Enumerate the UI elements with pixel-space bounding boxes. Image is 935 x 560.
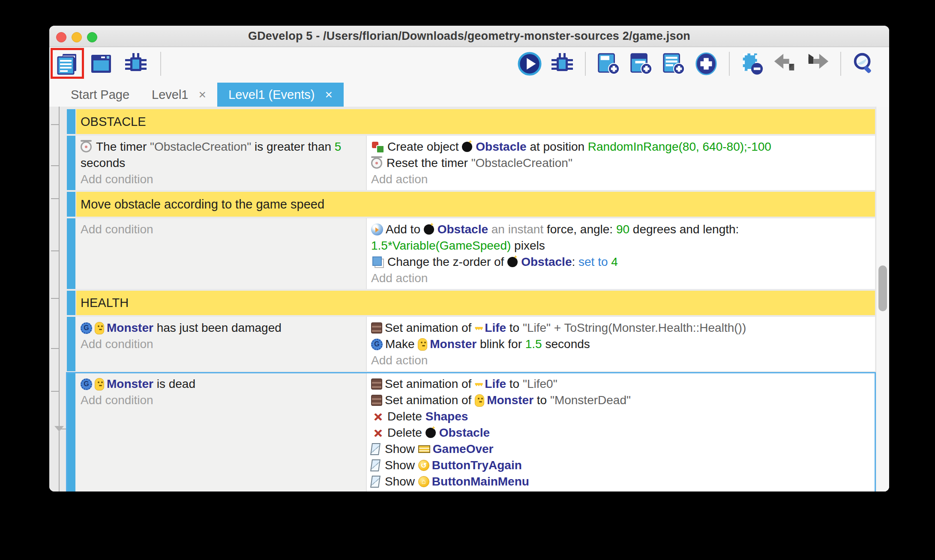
condition-line[interactable]: Monster is dead	[81, 376, 360, 392]
action-line[interactable]: Change the z-order of Obstacle: set to 4	[371, 254, 869, 270]
event-group-header[interactable]: HEALTH	[67, 291, 875, 315]
action-line[interactable]: Delete Obstacle	[371, 425, 869, 441]
add-action-button[interactable]: Add action	[371, 490, 869, 491]
event-drag-bar[interactable]	[67, 291, 75, 315]
close-window-button[interactable]	[56, 32, 66, 42]
add-event-button[interactable]	[596, 51, 621, 77]
add-action-button[interactable]: Add action	[371, 270, 869, 286]
action-line[interactable]: Show ButtonMainMenu	[371, 474, 869, 490]
add-subevent-icon	[629, 51, 653, 77]
scene-editor-button[interactable]	[89, 51, 114, 77]
event-group-header[interactable]: Move obstacle according to the game spee…	[67, 192, 875, 217]
zorder-icon	[371, 255, 385, 269]
tree-tick	[51, 298, 59, 299]
add-condition-button[interactable]: Add condition	[81, 171, 360, 188]
project-manager-button[interactable]	[55, 51, 80, 77]
add-condition-button[interactable]: Add condition	[81, 336, 360, 352]
event-text: to	[506, 321, 523, 335]
tab-level1-events-[interactable]: Level1 (Events)×	[217, 83, 344, 107]
conditions-cell[interactable]: Add condition	[75, 218, 366, 289]
actions-cell[interactable]: Set animation of Life to "Life" + ToStri…	[366, 317, 875, 371]
add-comment-button[interactable]	[661, 51, 686, 77]
tab-level1[interactable]: Level1×	[141, 83, 217, 107]
tab-label: Level1	[152, 88, 188, 102]
action-line[interactable]: Reset the timer "ObstacleCreation"	[371, 155, 869, 171]
add-action-button[interactable]: Add action	[371, 352, 869, 369]
action-line[interactable]: Show ButtonTryAgain	[371, 457, 869, 474]
conditions-cell[interactable]: Monster has just been damagedAdd conditi…	[75, 317, 366, 371]
redo-button[interactable]	[805, 51, 830, 77]
toggle-disabled-button[interactable]	[740, 51, 765, 77]
tab-label: Start Page	[71, 88, 129, 102]
behavior-icon	[81, 378, 92, 390]
zoom-window-button[interactable]	[87, 32, 97, 42]
bomb-icon	[507, 257, 518, 267]
action-line[interactable]: 1.5*Variable(GameSpeed) pixels	[371, 238, 869, 254]
condition-line[interactable]: The timer "ObstacleCreation" is greater …	[81, 139, 360, 155]
search-button[interactable]	[851, 51, 876, 77]
action-line[interactable]: Show GameOver	[371, 441, 869, 457]
action-line[interactable]: Set animation of Life to "Life" + ToStri…	[371, 320, 869, 336]
action-line[interactable]: Create object Obstacle at position Rando…	[371, 139, 869, 155]
timer-icon	[81, 141, 92, 152]
event-row[interactable]: Add conditionAdd to Obstacle an instant …	[67, 218, 875, 289]
undo-button[interactable]	[773, 51, 797, 77]
event-drag-bar[interactable]	[67, 218, 75, 289]
add-condition-button[interactable]: Add condition	[81, 392, 360, 408]
add-action-button[interactable]: Add action	[371, 171, 869, 188]
object-name: Monster	[487, 393, 533, 407]
object-name: ButtonTryAgain	[432, 459, 522, 472]
add-subevent-button[interactable]	[629, 51, 653, 77]
event-drag-bar[interactable]	[67, 192, 75, 217]
string-param: "ObstacleCreation"	[150, 140, 251, 154]
event-drag-bar[interactable]	[67, 109, 75, 134]
tree-tick	[51, 124, 59, 125]
minimize-window-button[interactable]	[72, 32, 82, 42]
condition-line[interactable]: seconds	[81, 155, 360, 171]
actions-cell[interactable]: Create object Obstacle at position Rando…	[366, 136, 875, 190]
bomb-icon	[426, 428, 436, 438]
force-icon	[371, 223, 383, 235]
event-group-header[interactable]: OBSTACLE	[67, 109, 875, 134]
actions-cell[interactable]: Set animation of Life to "Life0"Set anim…	[366, 373, 875, 491]
event-text: is dead	[153, 377, 195, 391]
add-condition-button[interactable]: Add condition	[81, 221, 360, 238]
conditions-cell[interactable]: Monster is deadAdd condition	[75, 373, 366, 491]
preview-play-button[interactable]	[517, 51, 542, 77]
close-tab-icon[interactable]: ×	[325, 87, 333, 102]
debugger-button[interactable]	[123, 51, 148, 77]
anim-icon	[371, 395, 382, 406]
event-row[interactable]: Monster has just been damagedAdd conditi…	[67, 317, 875, 371]
event-drag-bar[interactable]	[67, 373, 75, 491]
actions-cell[interactable]: Add to Obstacle an instant force, angle:…	[366, 218, 875, 289]
event-drag-bar[interactable]	[67, 136, 75, 190]
action-line[interactable]: Set animation of Monster to "MonsterDead…	[371, 392, 869, 408]
close-tab-icon[interactable]: ×	[199, 87, 207, 102]
vertical-scrollbar[interactable]	[876, 107, 889, 491]
event-row[interactable]: The timer "ObstacleCreation" is greater …	[67, 136, 875, 190]
object-name: Monster	[107, 377, 153, 391]
conditions-cell[interactable]: The timer "ObstacleCreation" is greater …	[75, 136, 366, 190]
event-text: Set animation of	[385, 321, 475, 335]
annotation-highlight-box	[51, 48, 84, 79]
scrollbar-thumb[interactable]	[878, 265, 887, 311]
event-row[interactable]: Monster is deadAdd conditionSet animatio…	[67, 373, 875, 491]
object-name: Life	[485, 377, 506, 391]
object-name: Obstacle	[521, 255, 572, 269]
action-line[interactable]: Add to Obstacle an instant force, angle:…	[371, 221, 869, 238]
gdevelop-window: GDevelop 5 - /Users/florian/Downloads/ge…	[49, 26, 889, 491]
tab-start-page[interactable]: Start Page	[60, 83, 141, 107]
action-line[interactable]: Set animation of Life to "Life0"	[371, 376, 869, 392]
monster-icon	[475, 394, 484, 407]
main-toolbar	[49, 47, 889, 81]
event-text: The timer	[96, 140, 150, 154]
add-new-button[interactable]	[694, 51, 719, 77]
event-text: Show	[385, 459, 418, 472]
debug-button[interactable]	[550, 51, 575, 77]
action-line[interactable]: Delete Shapes	[371, 408, 869, 425]
condition-line[interactable]: Monster has just been damaged	[81, 320, 360, 336]
bomb-icon	[462, 142, 472, 152]
event-drag-bar[interactable]	[67, 317, 75, 371]
action-line[interactable]: Make Monster blink for 1.5 seconds	[371, 336, 869, 352]
monster-icon	[95, 378, 104, 390]
